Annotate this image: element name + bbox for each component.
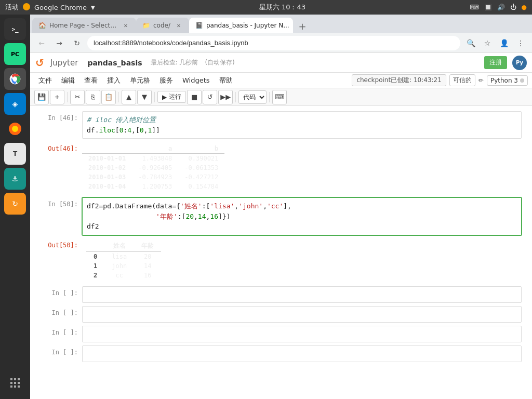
os-topbar-left: 活动 Google Chrome ▼ bbox=[5, 3, 95, 12]
power-icon[interactable]: ⏻ bbox=[510, 4, 516, 11]
network-icon: 🔲 bbox=[484, 4, 492, 11]
chrome-dot-indicator bbox=[23, 3, 30, 12]
volume-icon: 🔊 bbox=[497, 4, 505, 11]
keyboard-icon: ⌨ bbox=[470, 4, 478, 11]
dot-indicator: ● bbox=[522, 4, 527, 11]
dropdown-arrow-icon[interactable]: ▼ bbox=[91, 5, 95, 10]
app-name-label: Google Chrome bbox=[34, 4, 87, 11]
os-topbar-right: ⌨ 🔲 🔊 ⏻ ● bbox=[470, 4, 527, 11]
os-topbar: 活动 Google Chrome ▼ 星期六 10：43 ⌨ 🔲 🔊 ⏻ ● bbox=[0, 0, 532, 15]
activities-label[interactable]: 活动 bbox=[5, 3, 19, 12]
os-topbar-time: 星期六 10：43 bbox=[259, 3, 305, 12]
